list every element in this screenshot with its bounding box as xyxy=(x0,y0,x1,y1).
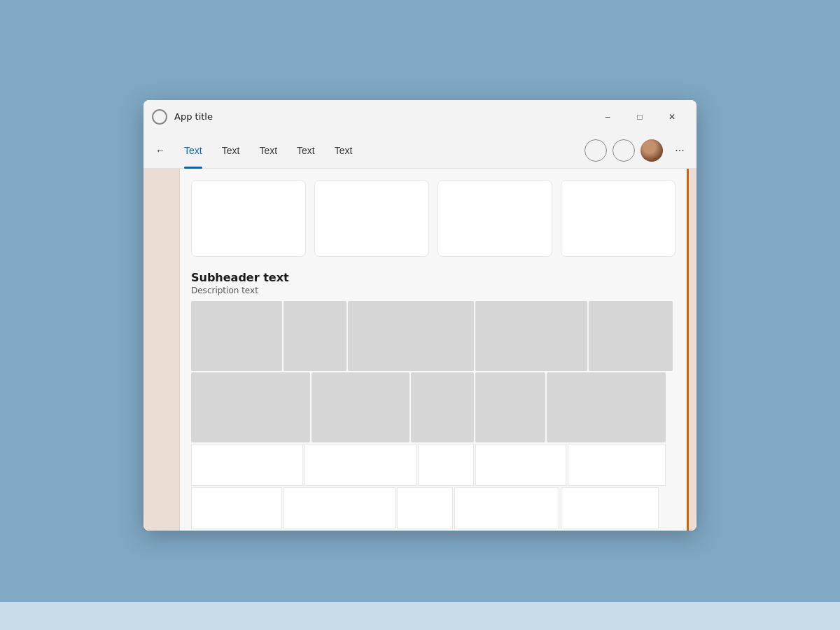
tile-row-2 xyxy=(191,372,676,442)
card-4 xyxy=(561,180,676,257)
content-area: Subheader text Description text xyxy=(144,169,696,531)
navbar: ← Text Text Text Text Text xyxy=(144,134,696,169)
action-circle-1[interactable] xyxy=(584,139,607,162)
more-icon: ··· xyxy=(675,144,684,157)
tile-row-3 xyxy=(191,444,676,486)
main-content: Subheader text Description text xyxy=(180,169,687,531)
tile-3-4 xyxy=(475,444,566,486)
minimize-button[interactable]: – xyxy=(592,106,624,128)
tile-4-5 xyxy=(561,487,659,529)
back-icon: ← xyxy=(155,145,165,156)
sidebar-left xyxy=(144,169,180,531)
tab-text-5[interactable]: Text xyxy=(325,139,363,162)
subheader-text: Subheader text xyxy=(191,271,676,284)
tile-3-1 xyxy=(191,444,303,486)
app-window: App title – □ ✕ ← Text Text Text Text xyxy=(144,100,696,531)
taskbar xyxy=(0,602,840,630)
tab-text-1[interactable]: Text xyxy=(174,139,212,162)
tile-1-2 xyxy=(284,301,346,371)
tile-4-3 xyxy=(397,487,453,529)
tile-3-2 xyxy=(304,444,416,486)
card-3 xyxy=(438,180,552,257)
tile-4-2 xyxy=(284,487,396,529)
tab-text-2[interactable]: Text xyxy=(212,139,250,162)
user-avatar[interactable] xyxy=(640,139,663,162)
more-options-button[interactable]: ··· xyxy=(668,139,691,162)
tile-4-4 xyxy=(454,487,559,529)
sidebar-right xyxy=(687,169,696,531)
app-title: App title xyxy=(174,111,592,122)
tab-text-3[interactable]: Text xyxy=(249,139,287,162)
tile-3-3 xyxy=(418,444,474,486)
tile-3-5 xyxy=(568,444,666,486)
tile-2-3 xyxy=(411,372,474,442)
tile-row-1 xyxy=(191,301,676,371)
close-button[interactable]: ✕ xyxy=(656,106,688,128)
nav-tabs: Text Text Text Text Text xyxy=(174,139,584,162)
avatar-image xyxy=(640,139,663,162)
tile-1-1 xyxy=(191,301,282,371)
card-2 xyxy=(314,180,429,257)
subheader-section: Subheader text Description text xyxy=(191,271,676,295)
tab-text-4[interactable]: Text xyxy=(287,139,325,162)
tile-row-4 xyxy=(191,487,676,529)
tile-grid xyxy=(191,301,676,529)
app-logo-icon xyxy=(152,109,167,125)
window-controls: – □ ✕ xyxy=(592,106,688,128)
tile-1-3 xyxy=(348,301,474,371)
tile-1-4 xyxy=(475,301,587,371)
nav-actions: ··· xyxy=(584,139,691,162)
tile-1-5 xyxy=(589,301,673,371)
action-circle-2[interactable] xyxy=(612,139,635,162)
back-button[interactable]: ← xyxy=(149,139,172,162)
card-1 xyxy=(191,180,306,257)
tile-4-1 xyxy=(191,487,282,529)
titlebar: App title – □ ✕ xyxy=(144,100,696,134)
tile-2-2 xyxy=(312,372,410,442)
tile-2-5 xyxy=(547,372,666,442)
tile-2-1 xyxy=(191,372,310,442)
cards-row xyxy=(191,180,676,257)
maximize-button[interactable]: □ xyxy=(624,106,656,128)
description-text: Description text xyxy=(191,286,676,295)
tile-2-4 xyxy=(475,372,545,442)
